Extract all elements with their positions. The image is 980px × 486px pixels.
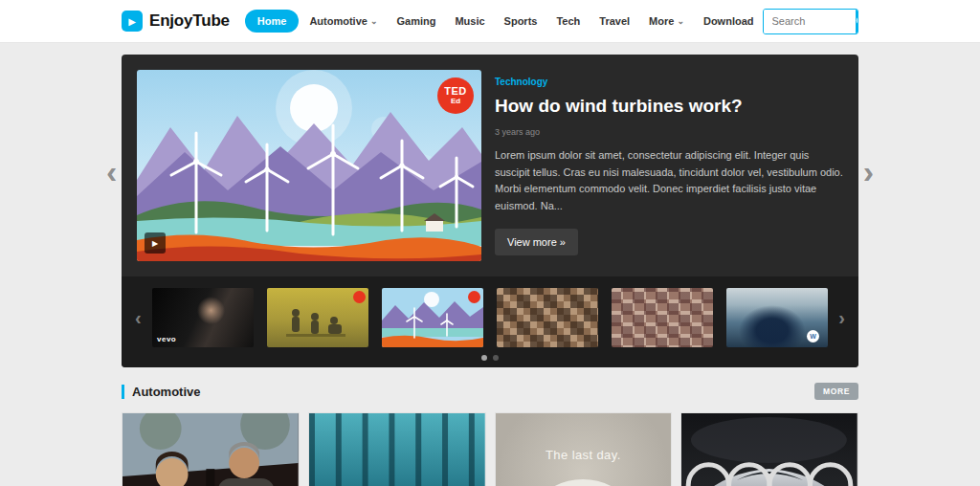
search-icon bbox=[856, 15, 859, 28]
search-button[interactable] bbox=[856, 10, 859, 33]
wind-turbines-illustration bbox=[137, 70, 481, 261]
carousel-prev-button[interactable]: ‹ bbox=[106, 155, 117, 188]
strip-thumb-teded-illustration[interactable] bbox=[267, 288, 368, 347]
featured-carousel: ‹ › bbox=[122, 55, 858, 367]
strip-next-button[interactable]: › bbox=[835, 308, 849, 327]
more-button[interactable]: MORE bbox=[814, 383, 858, 400]
category-link[interactable]: Technology bbox=[495, 77, 547, 87]
nav-item-travel[interactable]: Travel bbox=[590, 10, 638, 33]
featured-video-info: Technology How do wind turbines work? 3 … bbox=[495, 70, 843, 261]
mercedes-star-icon bbox=[496, 473, 672, 486]
navbar: ▶ EnjoyTube Home Automotive⌄ Gaming Musi… bbox=[0, 0, 980, 43]
strip-thumb-blurred-1[interactable] bbox=[497, 288, 598, 347]
chevron-right-icon: › bbox=[863, 153, 874, 189]
video-play-icon[interactable]: ▶ bbox=[145, 232, 166, 254]
chevron-left-icon: ‹ bbox=[106, 153, 117, 189]
search-input[interactable] bbox=[764, 10, 856, 33]
strip-thumb-wind-turbines[interactable] bbox=[382, 288, 483, 347]
carousel-pagination bbox=[131, 355, 849, 361]
chevron-down-icon: ⌄ bbox=[370, 17, 378, 26]
teded-logo: TED Ed bbox=[437, 77, 474, 114]
carousel-dot[interactable] bbox=[493, 355, 499, 361]
chevron-left-icon: ‹ bbox=[135, 307, 142, 328]
audi-rings-icon bbox=[681, 418, 858, 486]
section-automotive: Automotive MORE bbox=[122, 383, 858, 486]
carousel-dot[interactable] bbox=[481, 355, 487, 361]
video-excerpt: Lorem ipsum dolor sit amet, consectetur … bbox=[495, 147, 843, 214]
video-card-car-interior[interactable] bbox=[122, 412, 300, 486]
brand-logo[interactable]: ▶ EnjoyTube bbox=[122, 11, 230, 32]
strip-thumb-music-video[interactable]: vevo bbox=[152, 288, 254, 347]
carousel-next-button[interactable]: › bbox=[863, 155, 874, 188]
search-box bbox=[763, 9, 859, 34]
video-timestamp: 3 years ago bbox=[495, 127, 843, 137]
nav-item-music[interactable]: Music bbox=[446, 10, 493, 33]
nav-item-download[interactable]: Download bbox=[695, 10, 763, 33]
thumbnail-strip: ‹ vevo bbox=[122, 276, 858, 367]
video-thumbnail bbox=[681, 413, 858, 486]
nav-item-sports[interactable]: Sports bbox=[496, 10, 546, 33]
w-channel-logo: W bbox=[807, 330, 819, 342]
strip-thumb-outdoor-person[interactable]: W bbox=[726, 288, 828, 347]
strip-thumb-blurred-2[interactable] bbox=[612, 288, 713, 347]
brand-name: EnjoyTube bbox=[149, 11, 230, 31]
section-accent-bar bbox=[122, 385, 124, 399]
video-thumbnail bbox=[122, 413, 299, 486]
chevron-right-icon: › bbox=[838, 307, 845, 328]
video-card-mercedes[interactable]: The last day. bbox=[495, 412, 673, 486]
nav-item-more[interactable]: More⌄ bbox=[640, 10, 693, 33]
view-more-button[interactable]: View more » bbox=[495, 229, 578, 255]
video-card-showroom-sportscar[interactable] bbox=[308, 412, 486, 486]
featured-video-thumbnail[interactable]: TED Ed ▶ bbox=[137, 70, 481, 261]
strip-prev-button[interactable]: ‹ bbox=[131, 308, 145, 327]
video-thumbnail bbox=[309, 413, 485, 486]
thumbnail-caption: The last day. bbox=[496, 448, 672, 462]
nav-item-home[interactable]: Home bbox=[245, 10, 300, 33]
play-icon: ▶ bbox=[122, 11, 143, 32]
teded-badge-icon bbox=[468, 291, 480, 303]
video-thumbnail: The last day. bbox=[496, 413, 672, 486]
nav-item-tech[interactable]: Tech bbox=[547, 10, 589, 33]
featured-video-panel: TED Ed ▶ Technology How do wind turbines… bbox=[122, 55, 858, 367]
vevo-logo: vevo bbox=[157, 335, 176, 343]
nav-item-gaming[interactable]: Gaming bbox=[388, 10, 444, 33]
car-interior-art bbox=[122, 413, 299, 486]
section-title: Automotive bbox=[132, 385, 201, 399]
video-title[interactable]: How do wind turbines work? bbox=[495, 96, 843, 117]
chevron-down-icon: ⌄ bbox=[677, 17, 684, 26]
video-card-audi-concept[interactable] bbox=[680, 412, 858, 486]
main-nav: Home Automotive⌄ Gaming Music Sports Tec… bbox=[245, 10, 763, 33]
nav-item-automotive[interactable]: Automotive⌄ bbox=[301, 10, 386, 33]
teded-badge-icon bbox=[353, 291, 366, 303]
showroom-sportscar-art bbox=[309, 413, 485, 486]
